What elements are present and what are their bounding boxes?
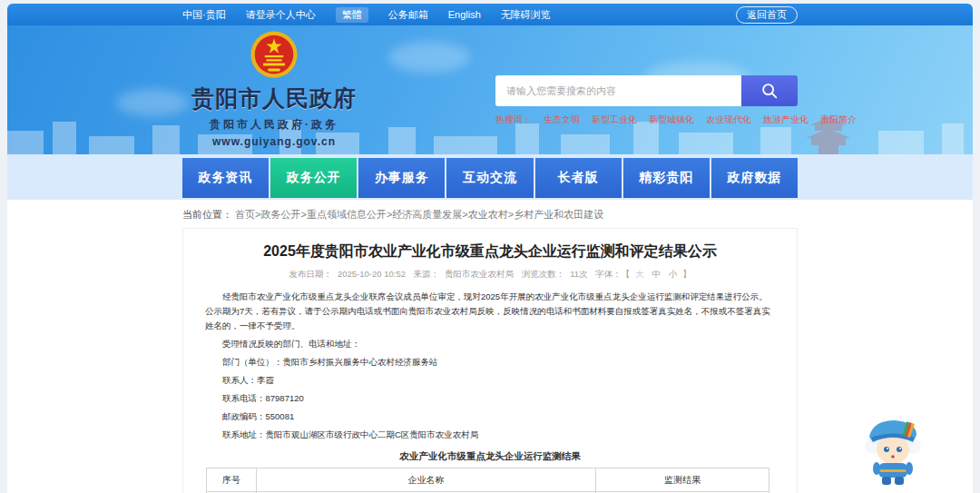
back-to-home-button[interactable]: 返回首页 — [736, 6, 798, 24]
hot-word-5[interactable]: 旅游产业化 — [763, 113, 808, 126]
article-title: 2025年度贵阳市农业产业化市级重点龙头企业运行监测和评定结果公示 — [205, 242, 775, 261]
search-row — [495, 75, 798, 106]
nav-tab-zhengwu-gongkai[interactable]: 政务公开 — [270, 158, 357, 198]
views-label: 浏览次数： — [522, 269, 565, 279]
contact-department: 部门（单位）：贵阳市乡村振兴服务中心农村经济服务站 — [205, 354, 775, 370]
table-header-row: 序号 企业名称 监测结果 — [207, 468, 769, 492]
contact-postcode: 邮政编码：550081 — [205, 409, 775, 424]
font-size-large-button[interactable]: 大 — [635, 269, 644, 279]
font-size-small-button[interactable]: 小 — [669, 269, 678, 279]
nav-tab-hudong-jiaoliu[interactable]: 互动交流 — [446, 158, 533, 198]
search-button[interactable] — [741, 75, 798, 106]
header-company-name: 企业名称 — [257, 468, 596, 492]
hot-search-row: 热搜词： 生态文明 新型工业化 新型城镇化 农业现代化 旅游产业化 贵阳简介 — [495, 113, 798, 126]
contact-address: 联系地址：贵阳市观山湖区市级行政中心二期C区贵阳市农业农村局 — [205, 427, 775, 442]
breadcrumb-path[interactable]: 首页>政务公开>重点领域信息公开>经济高质量发展>农业农村>乡村产业和农田建设 — [235, 209, 603, 220]
contact-intro: 受理情况反映的部门、电话和地址： — [205, 336, 775, 351]
contact-phone: 联系电话：87987120 — [205, 390, 775, 406]
contact-person: 联系人：李霞 — [205, 372, 775, 388]
header-banner: 贵阳市人民政府 贵阳市人民政府·政务 www.guiyang.gov.cn 热搜… — [7, 25, 973, 154]
breadcrumb-label: 当前位置： — [182, 209, 232, 220]
publish-date-value: 2025-10-20 10:52 — [338, 269, 406, 279]
site-logo[interactable]: 贵阳市人民政府 贵阳市人民政府·政务 www.guiyang.gov.cn — [188, 29, 360, 148]
hot-word-3[interactable]: 新型城镇化 — [649, 113, 694, 126]
article-paragraph: 经贵阳市农业产业化市级重点龙头企业联席会议成员单位审定，现对2025年开展的农业… — [205, 290, 775, 333]
nav-tab-zhengfu-shuju[interactable]: 政府数据 — [711, 158, 798, 198]
article-body: 经贵阳市农业产业化市级重点龙头企业联席会议成员单位审定，现对2025年开展的农业… — [205, 290, 775, 442]
banner-inner: 贵阳市人民政府 贵阳市人民政府·政务 www.guiyang.gov.cn 热搜… — [182, 25, 798, 154]
views-value: 11次 — [570, 269, 587, 279]
nav-tab-zhangzheban[interactable]: 长者版 — [535, 158, 622, 198]
table-caption: 农业产业化市级重点龙头企业运行监测结果 — [205, 450, 775, 463]
nav-tab-jingcai-guiyang[interactable]: 精彩贵阳 — [623, 158, 710, 198]
article-meta: 发布日期：2025-10-20 10:52 来源：贵阳市农业农村局 浏览次数：1… — [205, 269, 775, 281]
nav-tab-zhengwu-zixun[interactable]: 政务资讯 — [182, 158, 269, 198]
content-area: 当前位置： 首页>政务公开>重点领域信息公开>经济高质量发展>农业农村>乡村产业… — [7, 200, 973, 493]
site-subtitle: 贵阳市人民政府·政务 — [188, 117, 360, 133]
link-accessibility[interactable]: 无障碍浏览 — [501, 8, 551, 22]
link-china-guiyang[interactable]: 中国·贵阳 — [182, 8, 226, 22]
header-index: 序号 — [207, 468, 257, 492]
site-container: 中国·贵阳 请登录个人中心 繁體 公务邮箱 English 无障碍浏览 返回首页 — [7, 4, 973, 493]
font-size-label-end: 】 — [682, 269, 691, 279]
link-official-mail[interactable]: 公务邮箱 — [388, 8, 428, 22]
search-block: 热搜词： 生态文明 新型工业化 新型城镇化 农业现代化 旅游产业化 贵阳简介 — [495, 75, 798, 126]
link-english[interactable]: English — [448, 9, 481, 20]
hot-word-4[interactable]: 农业现代化 — [706, 113, 751, 126]
search-icon — [760, 81, 779, 101]
monitoring-result-table: 序号 企业名称 监测结果 1 贵州合力超市采购有限公司 合格 2 贵州友禾种业有… — [206, 468, 769, 493]
nav-strip: 政务资讯 政务公开 办事服务 互动交流 长者版 精彩贵阳 政府数据 — [7, 154, 973, 200]
hot-search-label: 热搜词： — [495, 113, 532, 126]
breadcrumb: 当前位置： 首页>政务公开>重点领域信息公开>经济高质量发展>农业农村>乡村产业… — [182, 200, 798, 222]
national-emblem-icon — [249, 29, 299, 82]
publish-date-label: 发布日期： — [289, 269, 332, 279]
mascot-assistant[interactable] — [860, 413, 926, 488]
search-input[interactable] — [495, 75, 741, 106]
source-value: 贵阳市农业农村局 — [445, 269, 514, 279]
top-utility-bar: 中国·贵阳 请登录个人中心 繁體 公务邮箱 English 无障碍浏览 返回首页 — [7, 4, 973, 25]
font-size-medium-button[interactable]: 中 — [652, 269, 661, 279]
link-traditional-chinese[interactable]: 繁體 — [336, 7, 368, 23]
site-url: www.guiyang.gov.cn — [188, 135, 360, 148]
source-label: 来源： — [414, 269, 440, 279]
hot-word-2[interactable]: 新型工业化 — [592, 113, 637, 126]
hot-word-1[interactable]: 生态文明 — [544, 113, 580, 126]
top-utility-bar-inner: 中国·贵阳 请登录个人中心 繁體 公务邮箱 English 无障碍浏览 返回首页 — [182, 6, 798, 24]
article-card: 2025年度贵阳市农业产业化市级重点龙头企业运行监测和评定结果公示 发布日期：2… — [182, 228, 798, 493]
site-title: 贵阳市人民政府 — [188, 84, 360, 113]
main-navigation: 政务资讯 政务公开 办事服务 互动交流 长者版 精彩贵阳 政府数据 — [182, 158, 798, 198]
nav-tab-banshi-fuwu[interactable]: 办事服务 — [358, 158, 445, 198]
font-size-label: 字体：【 — [595, 269, 630, 279]
link-login-personal-center[interactable]: 请登录个人中心 — [246, 8, 316, 22]
hot-word-6[interactable]: 贵阳简介 — [820, 113, 857, 126]
header-result: 监测结果 — [596, 468, 769, 492]
